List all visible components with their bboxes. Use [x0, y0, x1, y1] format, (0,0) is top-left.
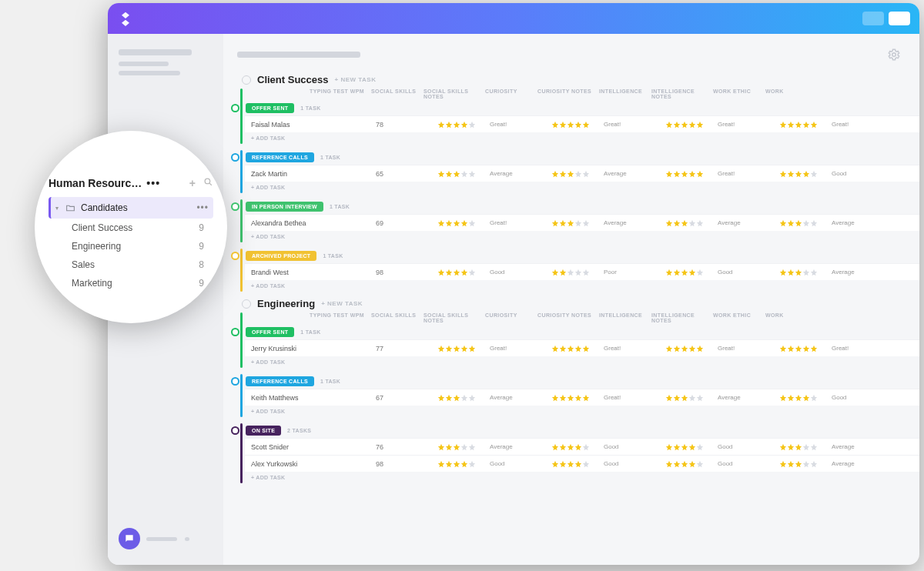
curiosity-rating[interactable]	[551, 219, 604, 227]
social-rating[interactable]	[437, 269, 490, 276]
workethic-rating[interactable]	[779, 269, 832, 276]
status-label[interactable]: REFERENCE CALLS	[246, 152, 314, 162]
intelligence-rating[interactable]	[665, 269, 718, 276]
curiosity-rating[interactable]	[551, 394, 604, 402]
social-rating[interactable]	[437, 443, 490, 451]
workethic-rating[interactable]	[779, 443, 832, 451]
status-circle-icon[interactable]	[231, 104, 239, 112]
star-icon	[802, 219, 810, 227]
task-name: Brandi West	[245, 269, 376, 276]
add-task-button[interactable]: + ADD TASK	[245, 280, 919, 292]
intelligence-rating[interactable]	[665, 443, 718, 451]
task-row[interactable]: Alex Yurkowski 98 Good Good Good Average	[245, 455, 919, 472]
social-rating[interactable]	[437, 170, 490, 178]
star-icon	[574, 219, 582, 227]
social-rating[interactable]	[437, 121, 490, 129]
star-icon	[696, 269, 704, 276]
social-rating[interactable]	[437, 394, 490, 402]
status-circle-icon[interactable]	[231, 202, 239, 211]
task-row[interactable]: Jerry Krusinski 77 Great! Great! Great! …	[245, 339, 919, 356]
group-title[interactable]: Client Success + NEW TASK	[242, 74, 919, 85]
task-row[interactable]: Scott Snider 76 Average Good Good Averag…	[245, 438, 919, 455]
collapse-icon[interactable]	[242, 299, 251, 309]
typing-value: 98	[376, 269, 437, 276]
status-circle-icon[interactable]	[231, 426, 239, 435]
workethic-rating[interactable]	[779, 121, 832, 129]
search-icon[interactable]	[203, 177, 213, 189]
add-icon[interactable]: +	[189, 177, 196, 189]
status-circle-icon[interactable]	[231, 153, 239, 162]
star-icon	[795, 121, 802, 129]
window-max-button[interactable]	[889, 12, 910, 25]
workethic-rating[interactable]	[779, 345, 832, 352]
task-row[interactable]: Keith Matthews 67 Average Great! Average…	[245, 389, 919, 406]
sidebar-list-item[interactable]: Marketing 9	[49, 274, 213, 292]
workethic-rating[interactable]	[779, 460, 832, 468]
folder-candidates[interactable]: ▾ Candidates •••	[49, 197, 213, 219]
status-circle-icon[interactable]	[231, 377, 239, 386]
task-row[interactable]: Alexandra Bethea 69 Great! Average Avera…	[245, 214, 919, 231]
star-icon	[445, 121, 453, 129]
add-task-button[interactable]: + ADD TASK	[245, 406, 919, 417]
task-row[interactable]: Zack Martin 65 Average Average Great! Go…	[245, 165, 919, 182]
curiosity-rating[interactable]	[551, 121, 604, 129]
status-label[interactable]: ARCHIVED PROJECT	[246, 251, 316, 261]
more-icon[interactable]: •••	[196, 202, 209, 213]
workethic-rating[interactable]	[779, 170, 832, 178]
star-icon	[468, 345, 476, 352]
more-icon[interactable]: •••	[146, 177, 160, 189]
star-icon	[810, 170, 818, 178]
curiosity-rating[interactable]	[551, 460, 604, 468]
social-rating[interactable]	[437, 460, 490, 468]
add-task-button[interactable]: + ADD TASK	[245, 132, 919, 144]
intelligence-rating[interactable]	[665, 345, 718, 352]
add-task-button[interactable]: + ADD TASK	[245, 356, 919, 368]
status-label[interactable]: OFFER SENT	[246, 103, 294, 113]
intelligence-rating[interactable]	[665, 170, 718, 178]
add-task-button[interactable]: + ADD TASK	[245, 231, 919, 242]
status-circle-icon[interactable]	[231, 328, 239, 336]
intelligence-rating[interactable]	[665, 121, 718, 129]
new-task-button[interactable]: + NEW TASK	[335, 76, 377, 83]
sidebar-list-item[interactable]: Sales 8	[49, 255, 213, 274]
workethic-rating[interactable]	[779, 394, 832, 402]
intelligence-rating[interactable]	[665, 219, 718, 227]
social-rating[interactable]	[437, 345, 490, 352]
star-icon	[582, 460, 590, 468]
intelligence-rating[interactable]	[665, 460, 718, 468]
col-social-notes: SOCIAL SKILLS NOTES	[424, 88, 485, 99]
status-circle-icon[interactable]	[231, 252, 239, 260]
task-count: 2 TASKS	[287, 428, 311, 433]
sidebar-placeholder	[119, 62, 169, 66]
space-title[interactable]: Human Resourc… ••• +	[49, 177, 213, 189]
curiosity-rating[interactable]	[551, 345, 604, 352]
social-note: Great!	[490, 121, 551, 128]
star-icon	[681, 443, 688, 451]
sidebar-list-item[interactable]: Engineering 9	[49, 237, 213, 255]
star-icon	[445, 345, 453, 352]
star-icon	[453, 219, 460, 227]
curiosity-rating[interactable]	[551, 170, 604, 178]
star-icon	[696, 394, 704, 402]
sidebar-list-item[interactable]: Client Success 9	[49, 219, 213, 237]
workethic-rating[interactable]	[779, 219, 832, 227]
status-label[interactable]: OFFER SENT	[246, 327, 294, 337]
window-min-button[interactable]	[862, 12, 884, 25]
new-task-button[interactable]: + NEW TASK	[321, 300, 363, 307]
add-task-button[interactable]: + ADD TASK	[245, 472, 919, 483]
curiosity-rating[interactable]	[551, 443, 604, 451]
star-icon	[574, 269, 582, 276]
chat-fab-button[interactable]	[119, 528, 140, 549]
settings-gear-icon[interactable]	[887, 48, 901, 62]
task-row[interactable]: Faisal Malas 78 Great! Great! Great! Gre…	[245, 115, 919, 132]
collapse-icon[interactable]	[242, 75, 251, 85]
curiosity-rating[interactable]	[551, 269, 604, 276]
status-label[interactable]: IN PERSON INTERVIEW	[246, 202, 323, 212]
status-label[interactable]: ON SITE	[246, 426, 281, 436]
group-title[interactable]: Engineering + NEW TASK	[242, 298, 919, 309]
task-row[interactable]: Brandi West 98 Good Poor Good Average	[245, 263, 919, 280]
add-task-button[interactable]: + ADD TASK	[245, 182, 919, 193]
status-label[interactable]: REFERENCE CALLS	[246, 376, 314, 386]
intelligence-rating[interactable]	[665, 394, 718, 402]
social-rating[interactable]	[437, 219, 490, 227]
